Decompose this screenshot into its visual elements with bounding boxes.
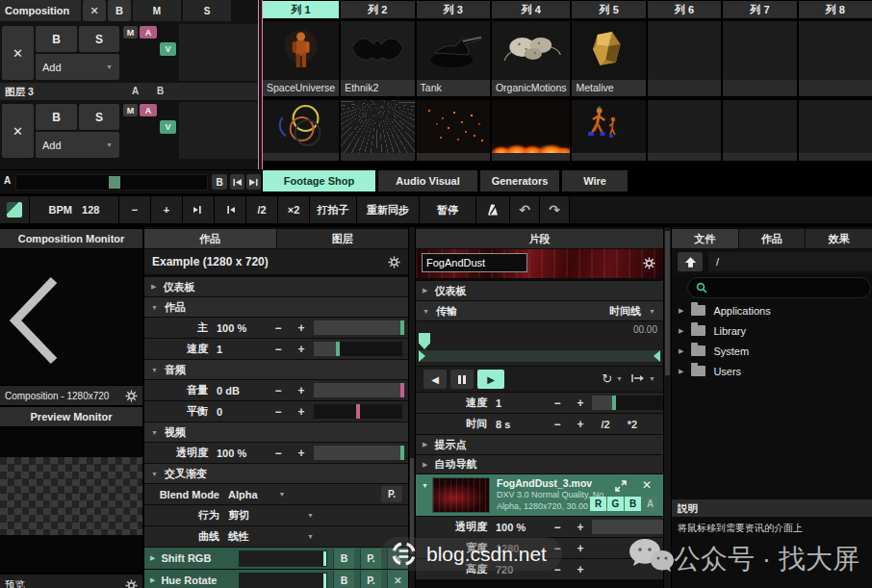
- clip-close-button[interactable]: ✕: [642, 478, 652, 492]
- expand-icon[interactable]: [615, 480, 627, 492]
- decrement-button[interactable]: −: [267, 447, 290, 460]
- folder-row-library[interactable]: ▶ Library: [672, 320, 872, 341]
- layer-solo-button[interactable]: S: [79, 104, 119, 130]
- layer-bypass-button[interactable]: B: [36, 26, 77, 52]
- opacity-value[interactable]: 100 %: [217, 447, 267, 459]
- increment-button[interactable]: +: [290, 321, 313, 335]
- layer-audio-mini[interactable]: A: [140, 26, 157, 38]
- volume-slider[interactable]: [314, 383, 402, 397]
- composition-bypass-button[interactable]: B: [108, 0, 131, 21]
- speed-slider[interactable]: [314, 342, 402, 356]
- skip-back-button[interactable]: [230, 174, 244, 190]
- clip-duration-value[interactable]: 8 s: [496, 419, 546, 430]
- layer-bypass-button[interactable]: B: [36, 104, 77, 130]
- decrement-button[interactable]: −: [267, 343, 290, 356]
- opacity-slider[interactable]: [314, 446, 402, 460]
- master-value[interactable]: 100 %: [217, 322, 267, 334]
- gear-icon[interactable]: [643, 257, 655, 269]
- search-box[interactable]: [687, 277, 871, 298]
- scrollbar-thumb[interactable]: [665, 231, 670, 375]
- pause-button[interactable]: 暂停: [420, 196, 476, 223]
- composition-clear-button[interactable]: ✕: [83, 0, 106, 21]
- alpha-channel-toggle[interactable]: A: [642, 497, 658, 511]
- curve-dropdown[interactable]: 线性 ▼: [228, 529, 314, 544]
- clip-cell[interactable]: Metalive: [572, 21, 645, 96]
- increment-button[interactable]: +: [569, 418, 592, 431]
- clip-speed-value[interactable]: 1: [496, 397, 546, 409]
- increment-button[interactable]: +: [290, 343, 313, 356]
- bpm-double-button[interactable]: ×2: [278, 196, 310, 223]
- section-autopilot[interactable]: ▶ 自动导航: [416, 455, 663, 473]
- layer-video-mini[interactable]: V: [160, 120, 176, 134]
- metronome-button[interactable]: [476, 196, 510, 223]
- clip-cell-empty[interactable]: [799, 21, 872, 96]
- gear-icon[interactable]: [388, 256, 400, 268]
- blue-channel-toggle[interactable]: B: [625, 497, 641, 511]
- layer-video-mini[interactable]: V: [160, 42, 176, 56]
- column-header[interactable]: 列 4: [492, 1, 571, 18]
- out-point-handle[interactable]: [654, 350, 660, 362]
- section-composition[interactable]: ▼ 作品: [144, 297, 408, 317]
- clip-cell[interactable]: Ethnik2: [341, 21, 414, 96]
- folder-row-users[interactable]: ▶ Users: [672, 361, 872, 381]
- play-direction-dropdown[interactable]: ▼: [631, 373, 655, 383]
- tab-footage-shop[interactable]: Footage Shop: [263, 170, 375, 192]
- effect-mix-slider[interactable]: [239, 550, 327, 567]
- bpm-increase-button[interactable]: +: [151, 196, 183, 223]
- increment-button[interactable]: +: [290, 447, 313, 460]
- increment-button[interactable]: +: [290, 384, 313, 397]
- master-slider[interactable]: [314, 320, 402, 335]
- loop-mode-dropdown[interactable]: ↻ ▼: [602, 371, 623, 386]
- column-header[interactable]: 列 8: [799, 1, 872, 18]
- crossfader-handle[interactable]: [109, 176, 120, 189]
- clip-cell-empty[interactable]: [648, 100, 721, 161]
- column-header[interactable]: 列 7: [723, 1, 796, 18]
- layer-mute-mini[interactable]: M: [123, 104, 138, 116]
- gear-icon[interactable]: [125, 579, 138, 588]
- clip-opacity-value[interactable]: 100 %: [496, 522, 546, 533]
- column-header[interactable]: 列 6: [648, 1, 721, 18]
- play-button[interactable]: ▶: [477, 370, 504, 389]
- path-field[interactable]: /: [708, 252, 872, 271]
- play-backwards-button[interactable]: ◀: [423, 370, 447, 389]
- timeline-track[interactable]: [419, 350, 660, 362]
- volume-value[interactable]: 0 dB: [217, 385, 267, 396]
- decrement-button[interactable]: −: [546, 396, 569, 410]
- timeline-playhead[interactable]: [419, 333, 430, 349]
- layer-solo-button[interactable]: S: [79, 26, 119, 52]
- duration-halve-button[interactable]: /2: [592, 419, 619, 430]
- pause-playback-button[interactable]: [450, 370, 474, 389]
- redo-button[interactable]: ↷: [540, 196, 570, 223]
- clip-cell-empty[interactable]: [648, 21, 721, 96]
- tab-wire[interactable]: Wire: [562, 170, 628, 192]
- balance-value[interactable]: 0: [217, 406, 267, 418]
- tab-effects[interactable]: 效果: [806, 229, 872, 248]
- resync-button[interactable]: 重新同步: [357, 196, 420, 223]
- balance-slider[interactable]: [314, 404, 402, 419]
- bpm-decrease-button[interactable]: −: [119, 196, 151, 223]
- effect-bypass-button[interactable]: B: [333, 571, 354, 588]
- section-dashboard[interactable]: ▶ 仪表板: [416, 281, 663, 300]
- folder-row-applications[interactable]: ▶ Applications: [672, 300, 872, 320]
- increment-button[interactable]: +: [569, 563, 592, 576]
- blend-param-button[interactable]: P.: [381, 486, 402, 502]
- column-header[interactable]: 列 5: [572, 1, 645, 18]
- layer-clear-button[interactable]: ✕: [2, 26, 34, 80]
- bpm-halve-button[interactable]: /2: [246, 196, 278, 223]
- composition-monitor-view[interactable]: [0, 249, 142, 385]
- preview-monitor-header[interactable]: Preview Monitor: [0, 407, 142, 426]
- tab-compositions[interactable]: 作品: [739, 229, 806, 248]
- clip-cell-empty[interactable]: [723, 21, 796, 96]
- tab-files[interactable]: 文件: [672, 229, 738, 248]
- clip-cell-empty[interactable]: [799, 100, 872, 161]
- increment-button[interactable]: +: [569, 542, 592, 555]
- decrement-button[interactable]: −: [267, 384, 290, 397]
- clip-cell[interactable]: [341, 100, 414, 161]
- timeline-mode-dropdown[interactable]: 时间线 ▼: [609, 304, 655, 319]
- up-directory-button[interactable]: [678, 252, 703, 271]
- behavior-dropdown[interactable]: 剪切 ▼: [228, 508, 314, 523]
- nudge-forward-button[interactable]: [215, 196, 246, 223]
- effect-param-button[interactable]: P.: [360, 549, 381, 569]
- section-transport[interactable]: ▼ 传输 时间线 ▼: [416, 301, 663, 320]
- effect-close-button[interactable]: ✕: [387, 571, 408, 588]
